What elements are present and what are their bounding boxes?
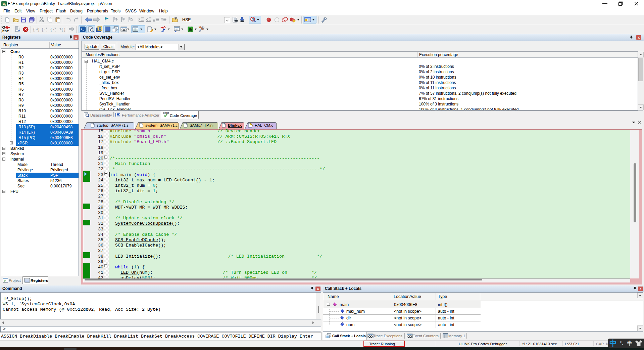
svg-text:d: d <box>252 17 254 21</box>
svg-text:RST: RST <box>2 29 9 33</box>
svg-text:{}: {} <box>61 28 65 32</box>
svg-text:μ: μ <box>3 2 5 5</box>
svg-text:CODE: CODE <box>163 112 169 114</box>
svg-text:S: S <box>99 27 101 31</box>
